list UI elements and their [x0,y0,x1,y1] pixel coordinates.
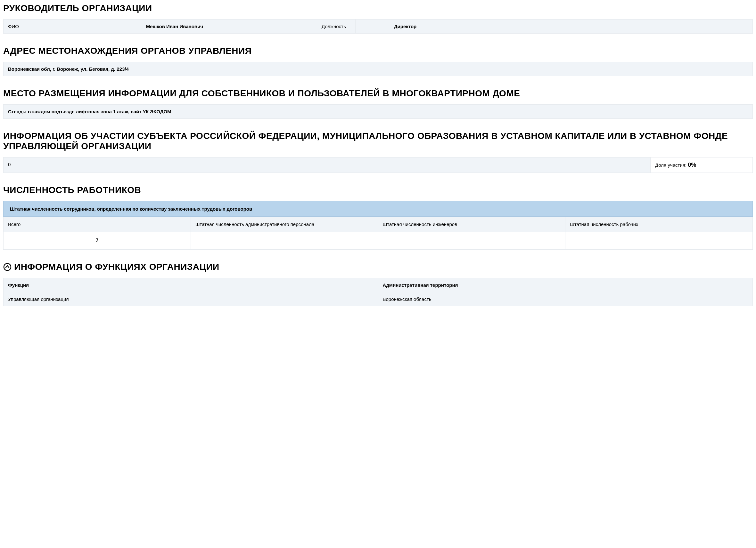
func-row1-c1: Управляющая организация [4,292,378,306]
address-value: Воронежская обл, г. Воронеж, ул. Беговая… [3,62,753,76]
svg-point-0 [4,264,11,271]
leader-table: ФИО Мешков Иван Иванович Должность Дирек… [3,19,753,34]
section-leader: РУКОВОДИТЕЛЬ ОРГАНИЗАЦИИ ФИО Мешков Иван… [3,3,753,34]
info-placement-value: Стенды в каждом подъезде лифтовая зона 1… [3,104,753,119]
staff-val-3 [378,232,565,250]
position-label: Должность [317,20,355,34]
participation-row: 0 Доля участия: 0% [3,157,753,173]
staff-col-3: Штатная численность инженеров [378,217,565,232]
func-row1-c2: Воронежская область [378,292,753,306]
functions-title: ИНФОРМАЦИЯ О ФУНКЦИЯХ ОРГАНИЗАЦИИ [14,262,219,272]
func-col-2: Административная территория [378,278,753,292]
staff-val-4 [565,232,753,250]
section-staff: ЧИСЛЕННОСТЬ РАБОТНИКОВ Штатная численнос… [3,185,753,250]
share-label: Доля участия: [655,162,688,168]
section-functions: ИНФОРМАЦИЯ О ФУНКЦИЯХ ОРГАНИЗАЦИИ Функци… [3,262,753,306]
staff-val-1: 7 [4,232,191,250]
position-value: Директор [355,20,752,34]
functions-title-row: ИНФОРМАЦИЯ О ФУНКЦИЯХ ОРГАНИЗАЦИИ [3,262,753,272]
staff-col-2: Штатная численность административного пе… [191,217,378,232]
participation-share: Доля участия: 0% [650,157,753,173]
section-info-placement: МЕСТО РАЗМЕЩЕНИЯ ИНФОРМАЦИИ ДЛЯ СОБСТВЕН… [3,88,753,119]
share-value: 0% [688,162,696,168]
staff-table: Штатная численность сотрудников, определ… [3,201,753,250]
fio-label: ФИО [4,20,32,34]
functions-table: Функция Административная территория Упра… [3,278,753,306]
staff-col-4: Штатная численность рабочих [565,217,753,232]
staff-col-1: Всего [4,217,191,232]
participation-value: 0 [3,157,650,173]
func-col-1: Функция [4,278,378,292]
section-address: АДРЕС МЕСТОНАХОЖДЕНИЯ ОРГАНОВ УПРАВЛЕНИЯ… [3,46,753,76]
staff-val-2 [191,232,378,250]
leader-title: РУКОВОДИТЕЛЬ ОРГАНИЗАЦИИ [3,3,753,13]
section-participation: ИНФОРМАЦИЯ ОБ УЧАСТИИ СУБЪЕКТА РОССИЙСКО… [3,131,753,173]
collapse-icon[interactable] [3,263,12,271]
address-title: АДРЕС МЕСТОНАХОЖДЕНИЯ ОРГАНОВ УПРАВЛЕНИЯ [3,46,753,56]
staff-header: Штатная численность сотрудников, определ… [4,201,753,217]
participation-title: ИНФОРМАЦИЯ ОБ УЧАСТИИ СУБЪЕКТА РОССИЙСКО… [3,131,753,151]
info-placement-title: МЕСТО РАЗМЕЩЕНИЯ ИНФОРМАЦИИ ДЛЯ СОБСТВЕН… [3,88,753,99]
fio-value: Мешков Иван Иванович [32,20,317,34]
staff-title: ЧИСЛЕННОСТЬ РАБОТНИКОВ [3,185,753,195]
